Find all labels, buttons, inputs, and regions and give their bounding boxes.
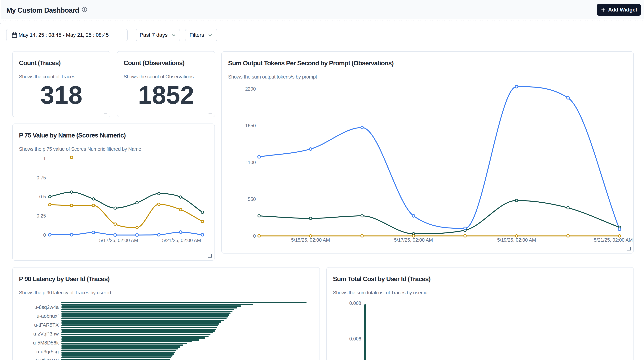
svg-text:5/15/25, 02:00 AM: 5/15/25, 02:00 AM xyxy=(291,237,330,243)
svg-text:1650: 1650 xyxy=(245,123,256,128)
svg-text:5/17/25, 02:00 AM: 5/17/25, 02:00 AM xyxy=(99,238,138,243)
svg-text:550: 550 xyxy=(248,196,256,202)
svg-text:5/19/25, 02:00 AM: 5/19/25, 02:00 AM xyxy=(497,237,536,243)
svg-text:0: 0 xyxy=(253,233,256,239)
svg-text:2200: 2200 xyxy=(245,86,256,92)
svg-text:1: 1 xyxy=(43,156,46,161)
svg-text:0.25: 0.25 xyxy=(36,213,46,218)
svg-text:5/21/25, 02:00 AM: 5/21/25, 02:00 AM xyxy=(594,237,633,243)
svg-text:5/17/25, 02:00 AM: 5/17/25, 02:00 AM xyxy=(394,237,433,243)
svg-text:0.5: 0.5 xyxy=(39,194,46,199)
svg-text:0.75: 0.75 xyxy=(36,175,46,180)
svg-text:1100: 1100 xyxy=(246,160,256,165)
svg-text:5/21/25, 02:00 AM: 5/21/25, 02:00 AM xyxy=(162,238,201,243)
svg-text:0: 0 xyxy=(43,232,46,238)
